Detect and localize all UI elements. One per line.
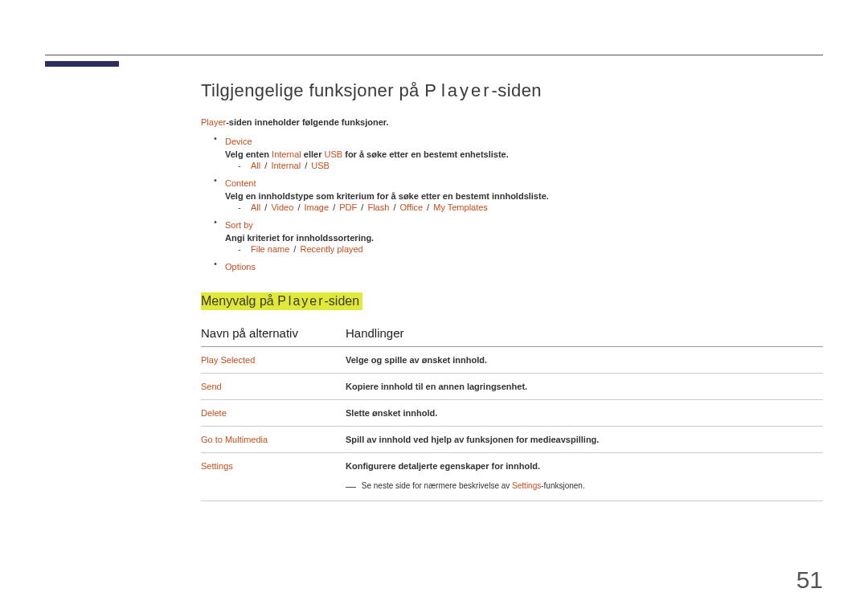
sortby-opt-0: File name [251, 244, 289, 254]
device-opt-2: USB [311, 161, 330, 170]
sep: / [330, 202, 338, 212]
sep: / [391, 202, 398, 212]
content-options: All / Video / Image / PDF / Flash / Offi… [238, 202, 823, 212]
accent-bar [45, 61, 119, 67]
device-desc: Velg enten Internal eller USB for å søke… [225, 149, 823, 159]
options-table: Navn på alternativ Handlinger Play Selec… [201, 326, 823, 501]
table-row: Go to Multimedia Spill av innhold ved hj… [201, 427, 823, 453]
title-layer: layer [441, 80, 492, 100]
feature-content: Content Velg en innholdstype som kriteri… [214, 175, 823, 212]
sub-prefix: Menyvalg på [201, 294, 277, 308]
title-p: P [424, 80, 441, 100]
main-content: Tilgjengelige funksjoner på Player-siden… [201, 80, 823, 501]
note-pre: Se neste side for nærmere beskrivelse av [362, 481, 512, 490]
device-options: All / Internal / USB [238, 161, 823, 170]
content-opt-0: All [251, 202, 260, 212]
content-opt-5: Office [400, 202, 424, 212]
sub-p: P [277, 294, 289, 308]
sortby-opt-line: File name / Recently played [238, 244, 823, 254]
feature-sortby: Sort by Angi kriteriet for innholdssorte… [214, 217, 823, 254]
table-row: Settings Konfigurere detaljerte egenskap… [201, 453, 823, 501]
table-row: Send Kopiere innhold til en annen lagrin… [201, 374, 823, 400]
options-label: Options [225, 262, 256, 272]
sep: / [262, 202, 269, 212]
row-action: Slette ønsket innhold. [346, 400, 823, 427]
title-prefix: Tilgjengelige funksjoner på [201, 80, 424, 100]
intro-text: -siden inneholder følgende funksjoner. [226, 117, 388, 127]
device-desc-post: for å søke etter en bestemt enhetsliste. [342, 149, 509, 159]
row-action: Kopiere innhold til en annen lagringsenh… [346, 374, 823, 400]
content-opt-4: Flash [367, 202, 389, 212]
row-name: Send [201, 374, 346, 400]
note-settings: Settings [512, 481, 541, 490]
page-number: 51 [796, 566, 823, 594]
row-name: Settings [201, 453, 346, 501]
feature-device: Device Velg enten Internal eller USB for… [214, 133, 823, 170]
table-row: Delete Slette ønsket innhold. [201, 400, 823, 427]
content-desc: Velg en innholdstype som kriterium for å… [225, 191, 823, 201]
note-dash: ― [346, 480, 356, 492]
device-internal: Internal [272, 149, 301, 159]
sortby-options: File name / Recently played [238, 244, 823, 254]
settings-note: ― Se neste side for nærmere beskrivelse … [346, 476, 823, 492]
content-opt-6: My Templates [433, 202, 488, 212]
table-header-action: Handlinger [346, 326, 823, 347]
intro-line: Player-siden inneholder følgende funksjo… [201, 117, 823, 127]
row-name: Go to Multimedia [201, 427, 346, 453]
sub-layer: layer [289, 294, 325, 308]
table-header-name: Navn på alternativ [201, 326, 346, 347]
sep: / [295, 202, 302, 212]
device-opt-line: All / Internal / USB [238, 161, 823, 170]
content-label: Content [225, 178, 256, 188]
sep: / [262, 161, 269, 170]
subsection-title: Menyvalg på Player-siden [201, 292, 362, 310]
sortby-opt-1: Recently played [300, 244, 362, 254]
table-row: Play Selected Velge og spille av ønsket … [201, 347, 823, 374]
sep: / [302, 161, 309, 170]
sortby-desc: Angi kriteriet for innholdssortering. [225, 233, 823, 243]
content-opt-1: Video [271, 202, 293, 212]
row-action: Spill av innhold ved hjelp av funksjonen… [346, 427, 823, 453]
row-action-text: Konfigurere detaljerte egenskaper for in… [346, 461, 540, 471]
device-desc-pre: Velg enten [225, 149, 272, 159]
sep: / [424, 202, 432, 212]
sep: / [291, 244, 298, 254]
top-rule [45, 55, 823, 55]
content-opt-3: PDF [339, 202, 357, 212]
feature-options: Options [214, 259, 823, 273]
row-action: Konfigurere detaljerte egenskaper for in… [346, 453, 823, 501]
sortby-label: Sort by [225, 220, 253, 230]
sub-suffix: -siden [325, 294, 360, 308]
intro-player: Player [201, 117, 226, 127]
content-opt-line: All / Video / Image / PDF / Flash / Offi… [238, 202, 823, 212]
note-post: -funksjonen. [541, 481, 584, 490]
row-action: Velge og spille av ønsket innhold. [346, 347, 823, 374]
sep: / [358, 202, 366, 212]
title-suffix: -siden [492, 80, 542, 100]
device-label: Device [225, 137, 252, 146]
row-name: Play Selected [201, 347, 346, 374]
feature-list: Device Velg enten Internal eller USB for… [214, 133, 823, 273]
page-title: Tilgjengelige funksjoner på Player-siden [201, 80, 823, 101]
device-opt-0: All [251, 161, 260, 170]
device-desc-mid: eller [301, 149, 325, 159]
content-opt-2: Image [305, 202, 330, 212]
row-name: Delete [201, 400, 346, 427]
device-opt-1: Internal [271, 161, 301, 170]
device-usb: USB [325, 149, 343, 159]
